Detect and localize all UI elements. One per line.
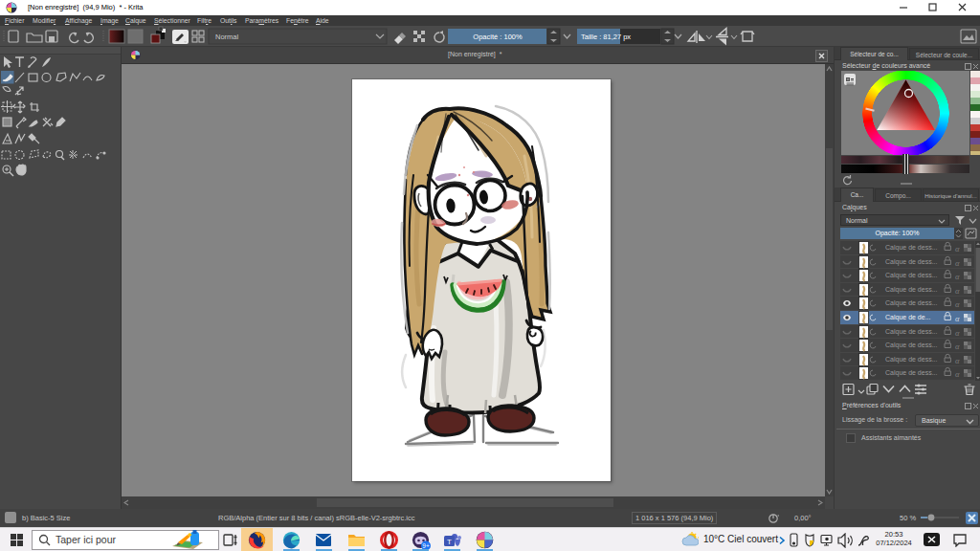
svg-text:9+: 9+ (422, 542, 430, 549)
svg-text:α: α (955, 369, 960, 379)
svg-text:α: α (955, 327, 960, 337)
svg-text:α: α (955, 314, 960, 323)
svg-text:α: α (955, 299, 960, 309)
svg-text:α: α (955, 285, 960, 295)
svg-text:α: α (955, 272, 960, 281)
svg-text:α: α (955, 244, 960, 253)
svg-text:T: T (447, 538, 452, 546)
svg-text:Taille : 81,27 px: Taille : 81,27 px (581, 33, 631, 41)
svg-text:α: α (955, 355, 960, 364)
svg-text:Normal: Normal (215, 33, 239, 41)
svg-text:Opacité : 100%: Opacité : 100% (473, 33, 523, 41)
svg-text:α: α (955, 342, 960, 351)
svg-text:α: α (955, 257, 960, 267)
